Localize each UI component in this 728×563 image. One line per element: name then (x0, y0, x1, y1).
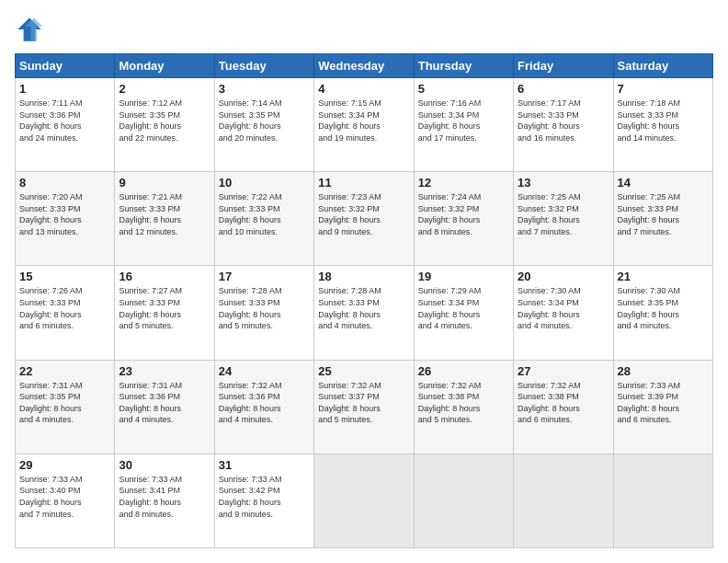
day-number: 17 (219, 270, 310, 283)
cell-info: Sunrise: 7:33 AMSunset: 3:40 PMDaylight:… (19, 475, 83, 519)
calendar-cell: 26 Sunrise: 7:32 AMSunset: 3:38 PMDaylig… (414, 360, 513, 454)
calendar-cell: 20 Sunrise: 7:30 AMSunset: 3:34 PMDaylig… (514, 266, 613, 360)
calendar-week-5: 29 Sunrise: 7:33 AMSunset: 3:40 PMDaylig… (16, 454, 713, 547)
calendar-cell: 14 Sunrise: 7:25 AMSunset: 3:33 PMDaylig… (613, 172, 712, 266)
page: SundayMondayTuesdayWednesdayThursdayFrid… (0, 0, 728, 563)
calendar-cell: 6 Sunrise: 7:17 AMSunset: 3:33 PMDayligh… (514, 78, 613, 172)
calendar-cell (314, 454, 414, 547)
calendar-cell: 8 Sunrise: 7:20 AMSunset: 3:33 PMDayligh… (16, 172, 115, 266)
cell-info: Sunrise: 7:16 AMSunset: 3:34 PMDaylight:… (418, 98, 482, 143)
cell-info: Sunrise: 7:21 AMSunset: 3:33 PMDaylight:… (119, 192, 182, 236)
logo (15, 15, 48, 44)
calendar-cell: 21 Sunrise: 7:30 AMSunset: 3:35 PMDaylig… (613, 266, 712, 360)
cell-info: Sunrise: 7:17 AMSunset: 3:33 PMDaylight:… (518, 98, 581, 143)
day-number: 6 (518, 82, 609, 96)
calendar-cell: 1 Sunrise: 7:11 AMSunset: 3:36 PMDayligh… (16, 78, 115, 172)
calendar-cell: 18 Sunrise: 7:28 AMSunset: 3:33 PMDaylig… (314, 266, 414, 360)
calendar-cell: 28 Sunrise: 7:33 AMSunset: 3:39 PMDaylig… (613, 360, 712, 454)
cell-info: Sunrise: 7:24 AMSunset: 3:32 PMDaylight:… (418, 192, 482, 236)
day-number: 20 (518, 270, 609, 283)
day-number: 3 (219, 82, 310, 96)
day-number: 11 (318, 176, 409, 190)
day-number: 26 (418, 364, 509, 378)
cell-info: Sunrise: 7:20 AMSunset: 3:33 PMDaylight:… (19, 192, 83, 236)
cell-info: Sunrise: 7:33 AMSunset: 3:41 PMDaylight:… (119, 475, 182, 519)
weekday-header-saturday: Saturday (613, 54, 712, 78)
calendar-week-1: 1 Sunrise: 7:11 AMSunset: 3:36 PMDayligh… (16, 78, 713, 172)
cell-info: Sunrise: 7:28 AMSunset: 3:33 PMDaylight:… (219, 286, 282, 330)
calendar-week-3: 15 Sunrise: 7:26 AMSunset: 3:33 PMDaylig… (16, 266, 713, 360)
day-number: 23 (119, 364, 210, 378)
cell-info: Sunrise: 7:32 AMSunset: 3:38 PMDaylight:… (518, 381, 581, 425)
day-number: 16 (119, 270, 210, 283)
day-number: 2 (119, 82, 210, 96)
calendar-week-4: 22 Sunrise: 7:31 AMSunset: 3:35 PMDaylig… (16, 360, 713, 454)
cell-info: Sunrise: 7:30 AMSunset: 3:34 PMDaylight:… (518, 286, 581, 330)
calendar-cell (514, 454, 613, 547)
cell-info: Sunrise: 7:11 AMSunset: 3:36 PMDaylight:… (19, 98, 83, 143)
header (15, 15, 713, 44)
cell-info: Sunrise: 7:23 AMSunset: 3:32 PMDaylight:… (318, 192, 381, 236)
day-number: 31 (219, 458, 310, 472)
cell-info: Sunrise: 7:33 AMSunset: 3:42 PMDaylight:… (219, 475, 282, 519)
day-number: 7 (618, 82, 709, 96)
calendar-cell: 30 Sunrise: 7:33 AMSunset: 3:41 PMDaylig… (115, 454, 214, 547)
cell-info: Sunrise: 7:31 AMSunset: 3:36 PMDaylight:… (119, 381, 182, 425)
calendar-cell: 29 Sunrise: 7:33 AMSunset: 3:40 PMDaylig… (16, 454, 115, 547)
day-number: 10 (219, 176, 310, 190)
cell-info: Sunrise: 7:30 AMSunset: 3:35 PMDaylight:… (618, 286, 681, 330)
day-number: 18 (318, 270, 409, 283)
weekday-header-friday: Friday (514, 54, 613, 78)
weekday-header-thursday: Thursday (414, 54, 513, 78)
calendar-cell: 10 Sunrise: 7:22 AMSunset: 3:33 PMDaylig… (214, 172, 313, 266)
day-number: 4 (318, 82, 409, 96)
day-number: 19 (418, 270, 509, 283)
cell-info: Sunrise: 7:32 AMSunset: 3:36 PMDaylight:… (219, 381, 282, 425)
calendar-cell: 17 Sunrise: 7:28 AMSunset: 3:33 PMDaylig… (214, 266, 313, 360)
day-number: 1 (19, 82, 110, 96)
calendar-cell: 31 Sunrise: 7:33 AMSunset: 3:42 PMDaylig… (214, 454, 313, 547)
cell-info: Sunrise: 7:22 AMSunset: 3:33 PMDaylight:… (219, 192, 282, 236)
cell-info: Sunrise: 7:18 AMSunset: 3:33 PMDaylight:… (618, 98, 681, 143)
cell-info: Sunrise: 7:32 AMSunset: 3:37 PMDaylight:… (318, 381, 381, 425)
day-number: 14 (618, 176, 709, 190)
cell-info: Sunrise: 7:25 AMSunset: 3:32 PMDaylight:… (518, 192, 581, 236)
day-number: 8 (19, 176, 110, 190)
day-number: 24 (219, 364, 310, 378)
cell-info: Sunrise: 7:31 AMSunset: 3:35 PMDaylight:… (19, 381, 83, 425)
day-number: 15 (19, 270, 110, 283)
calendar-cell: 3 Sunrise: 7:14 AMSunset: 3:35 PMDayligh… (214, 78, 313, 172)
calendar-cell (613, 454, 712, 547)
calendar-cell: 12 Sunrise: 7:24 AMSunset: 3:32 PMDaylig… (414, 172, 513, 266)
weekday-header-wednesday: Wednesday (314, 54, 414, 78)
calendar-cell: 4 Sunrise: 7:15 AMSunset: 3:34 PMDayligh… (314, 78, 414, 172)
svg-marker-0 (17, 17, 41, 41)
cell-info: Sunrise: 7:12 AMSunset: 3:35 PMDaylight:… (119, 98, 182, 143)
cell-info: Sunrise: 7:14 AMSunset: 3:35 PMDaylight:… (219, 98, 282, 143)
calendar-cell: 22 Sunrise: 7:31 AMSunset: 3:35 PMDaylig… (16, 360, 115, 454)
calendar-cell: 2 Sunrise: 7:12 AMSunset: 3:35 PMDayligh… (115, 78, 214, 172)
calendar-cell: 11 Sunrise: 7:23 AMSunset: 3:32 PMDaylig… (314, 172, 414, 266)
cell-info: Sunrise: 7:26 AMSunset: 3:33 PMDaylight:… (19, 286, 83, 330)
weekday-header-sunday: Sunday (16, 54, 115, 78)
calendar-cell: 19 Sunrise: 7:29 AMSunset: 3:34 PMDaylig… (414, 266, 513, 360)
cell-info: Sunrise: 7:27 AMSunset: 3:33 PMDaylight:… (119, 286, 182, 330)
calendar-table: SundayMondayTuesdayWednesdayThursdayFrid… (15, 53, 713, 548)
day-number: 13 (518, 176, 609, 190)
calendar-cell: 15 Sunrise: 7:26 AMSunset: 3:33 PMDaylig… (16, 266, 115, 360)
day-number: 9 (119, 176, 210, 190)
day-number: 25 (318, 364, 409, 378)
calendar-cell: 16 Sunrise: 7:27 AMSunset: 3:33 PMDaylig… (115, 266, 214, 360)
cell-info: Sunrise: 7:15 AMSunset: 3:34 PMDaylight:… (318, 98, 381, 143)
calendar-cell: 23 Sunrise: 7:31 AMSunset: 3:36 PMDaylig… (115, 360, 214, 454)
cell-info: Sunrise: 7:33 AMSunset: 3:39 PMDaylight:… (618, 381, 681, 425)
day-number: 30 (119, 458, 210, 472)
calendar-cell (414, 454, 513, 547)
day-number: 27 (518, 364, 609, 378)
calendar-cell: 24 Sunrise: 7:32 AMSunset: 3:36 PMDaylig… (214, 360, 313, 454)
day-number: 5 (418, 82, 509, 96)
cell-info: Sunrise: 7:28 AMSunset: 3:33 PMDaylight:… (318, 286, 381, 330)
weekday-header-tuesday: Tuesday (214, 54, 313, 78)
calendar-cell: 25 Sunrise: 7:32 AMSunset: 3:37 PMDaylig… (314, 360, 414, 454)
logo-icon (15, 15, 44, 44)
